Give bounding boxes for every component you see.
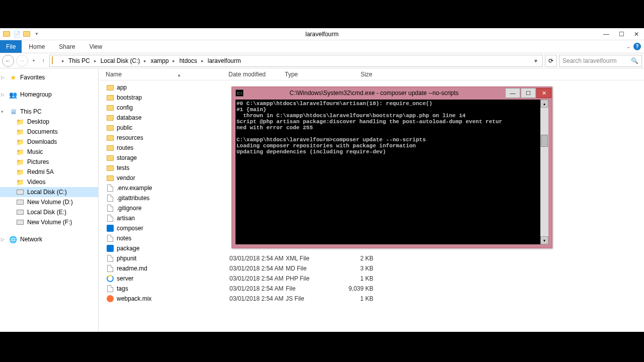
breadcrumb[interactable]: ▸ This PC ▸ Local Disk (C:) ▸ xampp ▸ ht…: [49, 55, 543, 67]
breadcrumb-segment[interactable]: This PC: [66, 56, 92, 65]
network-icon: 🌐: [9, 235, 17, 243]
file-size: 1 KB: [343, 295, 373, 302]
chevron-right-icon[interactable]: ▸: [61, 58, 65, 63]
cmd-window[interactable]: C:\ C:\Windows\System32\cmd.exe - compos…: [231, 86, 552, 248]
breadcrumb-segment[interactable]: htdocs: [177, 56, 199, 65]
back-button[interactable]: ←: [2, 55, 14, 67]
sidebar-item-label: Documents: [27, 128, 58, 135]
expand-icon[interactable]: ▷: [1, 92, 6, 97]
help-icon[interactable]: ?: [633, 43, 641, 50]
file-tab[interactable]: File: [0, 40, 22, 53]
chevron-right-icon[interactable]: ▸: [143, 58, 147, 63]
history-dropdown-icon[interactable]: ▾: [30, 55, 37, 67]
sidebar-item[interactable]: Local Disk (C:): [0, 187, 98, 197]
file-size: 1 KB: [343, 275, 373, 282]
ie-icon: [106, 275, 115, 283]
sidebar-item-label: New Volume (F:): [27, 219, 72, 226]
address-bar: ← → ▾ ↑ ▸ This PC ▸ Local Disk (C:) ▸ xa…: [0, 53, 644, 68]
file-type: XML File: [286, 255, 343, 262]
folder-icon: 📁: [16, 148, 24, 156]
sidebar-item-label: Redmi 5A: [27, 168, 54, 175]
tab-share[interactable]: Share: [52, 40, 82, 53]
folder-icon: [106, 154, 115, 162]
expand-icon[interactable]: ▷: [1, 237, 6, 242]
folder-icon: [106, 83, 115, 92]
drive-icon: [16, 208, 24, 216]
file-date: 03/01/2018 2:54 AM: [229, 265, 286, 272]
sidebar-thispc[interactable]: ▾ 🖥 This PC: [0, 107, 98, 117]
chevron-right-icon[interactable]: ▸: [93, 58, 98, 63]
forward-button[interactable]: →: [16, 55, 28, 67]
file-row[interactable]: tags03/01/2018 2:54 AMFile9,039 KB: [99, 284, 644, 294]
maximize-button[interactable]: ☐: [614, 29, 629, 40]
sidebar-item[interactable]: New Volume (F:): [0, 217, 98, 227]
address-dropdown-icon[interactable]: ▾: [531, 57, 540, 64]
file-name: tags: [117, 285, 229, 292]
tab-home[interactable]: Home: [22, 40, 52, 53]
sidebar-homegroup[interactable]: ▷ 👥 Homegroup: [0, 89, 98, 100]
collapse-icon[interactable]: ▾: [1, 109, 6, 114]
file-name: .gitignore: [117, 205, 229, 212]
cmd-scrollbar[interactable]: ▴ ▾: [540, 100, 548, 244]
file-name: routes: [117, 144, 229, 151]
qat-dropdown-icon[interactable]: ▼: [32, 30, 41, 39]
file-size: 2 KB: [343, 255, 373, 262]
column-date[interactable]: Date modified: [228, 71, 285, 78]
sidebar-item[interactable]: 📁Documents: [0, 127, 98, 137]
sidebar-item[interactable]: New Volume (D:): [0, 197, 98, 207]
scroll-up-icon[interactable]: ▴: [540, 100, 548, 108]
file-row[interactable]: readme.md03/01/2018 2:54 AMMD File3 KB: [99, 263, 644, 274]
titlebar[interactable]: 📄 ▼ laravelfourm — ☐ ✕: [0, 28, 644, 40]
expand-icon[interactable]: ▷: [1, 75, 6, 80]
cmd-titlebar[interactable]: C:\ C:\Windows\System32\cmd.exe - compos…: [232, 87, 551, 99]
column-name[interactable]: Name: [106, 71, 122, 78]
sidebar-item[interactable]: 📁Pictures: [0, 157, 98, 167]
pc-icon: 🖥: [9, 108, 17, 116]
sidebar-item[interactable]: 📁Music: [0, 147, 98, 157]
folder-icon: 📁: [16, 128, 24, 136]
chevron-right-icon[interactable]: ▸: [200, 58, 205, 63]
file-date: 03/01/2018 2:54 AM: [229, 255, 286, 262]
folder-icon: [106, 104, 115, 112]
cmd-close-button[interactable]: ✕: [536, 88, 551, 98]
sidebar-favorites[interactable]: ▷ ★ Favorites: [0, 72, 98, 82]
file-type: MD File: [286, 265, 343, 272]
sidebar-item[interactable]: 📁Redmi 5A: [0, 167, 98, 177]
new-folder-icon[interactable]: [22, 30, 31, 39]
file-icon: [106, 214, 115, 222]
cmd-maximize-button[interactable]: ☐: [521, 88, 536, 98]
scroll-thumb[interactable]: [541, 135, 548, 147]
breadcrumb-segment[interactable]: xampp: [148, 56, 171, 65]
file-row[interactable]: webpack.mix03/01/2018 2:54 AMJS File1 KB: [99, 294, 644, 304]
sidebar-item[interactable]: 📁Videos: [0, 177, 98, 187]
column-type[interactable]: Type: [285, 71, 342, 78]
sidebar-item[interactable]: 📁Desktop: [0, 117, 98, 127]
scroll-down-icon[interactable]: ▾: [540, 236, 548, 244]
chevron-right-icon[interactable]: ▸: [172, 58, 176, 63]
folder-icon: [2, 30, 11, 39]
sidebar-item[interactable]: 📁Downloads: [0, 137, 98, 147]
breadcrumb-segment[interactable]: laravelfourm: [206, 56, 243, 65]
ribbon: File Home Share View ⌄ ?: [0, 40, 644, 53]
properties-icon[interactable]: 📄: [12, 30, 21, 39]
close-button[interactable]: ✕: [629, 29, 644, 40]
ribbon-expand-icon[interactable]: ⌄: [626, 44, 630, 49]
breadcrumb-segment[interactable]: Local Disk (C:): [99, 56, 142, 65]
cmd-minimize-button[interactable]: —: [505, 88, 520, 98]
sidebar-item[interactable]: Local Disk (E:): [0, 207, 98, 217]
tab-view[interactable]: View: [82, 40, 109, 53]
cmd-output[interactable]: #0 C:\xampp\htdocs\laravelfourm\artisan(…: [235, 100, 540, 244]
up-button[interactable]: ↑: [39, 55, 47, 67]
file-row[interactable]: phpunit03/01/2018 2:54 AMXML File2 KB: [99, 253, 644, 263]
drive-icon: [16, 218, 24, 226]
column-size[interactable]: Size: [342, 71, 372, 78]
cmd-title: C:\Windows\System32\cmd.exe - composer u…: [244, 89, 505, 97]
file-row[interactable]: server03/01/2018 2:54 AMPHP File1 KB: [99, 274, 644, 284]
minimize-button[interactable]: —: [599, 29, 614, 40]
drive-icon: [16, 198, 24, 206]
folder-icon: 📁: [16, 168, 24, 176]
column-headers[interactable]: Name▲ Date modified Type Size: [99, 68, 644, 80]
search-input[interactable]: Search laravelfourm 🔍: [559, 55, 642, 67]
refresh-button[interactable]: ⟳: [545, 55, 557, 67]
sidebar-network[interactable]: ▷ 🌐 Network: [0, 234, 98, 244]
